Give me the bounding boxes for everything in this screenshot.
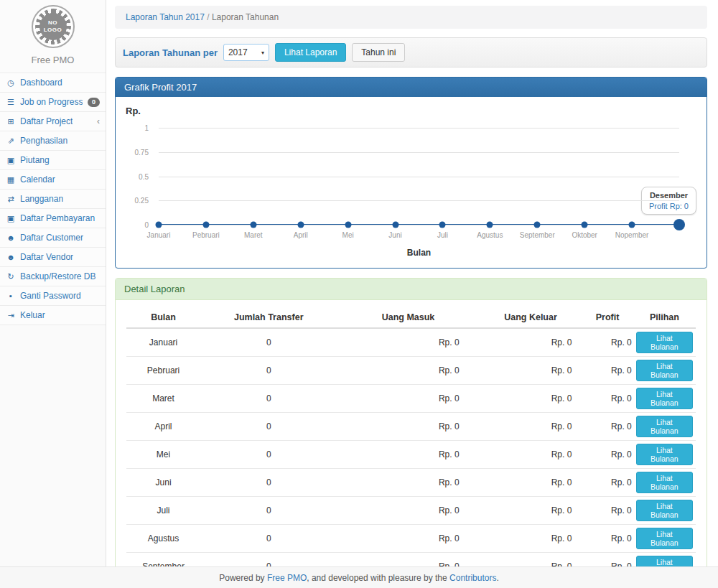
cell-keluar: Rp. 0: [480, 385, 582, 413]
lihat-bulanan-button-mei[interactable]: Lihat Bulanan: [636, 444, 693, 465]
x-tick-label: Maret: [244, 231, 263, 239]
cell-transfer: 0: [200, 328, 337, 357]
users-icon: ☻: [6, 233, 16, 242]
lihat-bulanan-button-april[interactable]: Lihat Bulanan: [636, 416, 693, 437]
year-select[interactable]: 2017 ▾: [223, 44, 269, 61]
cell-bulan: Mei: [126, 441, 200, 469]
data-point-nopember[interactable]: [629, 222, 635, 228]
sidebar-item-backup-restore-db[interactable]: ↻Backup/Restore DB: [0, 266, 106, 286]
cell-transfer: 0: [200, 413, 337, 441]
dashboard-icon: ◷: [6, 78, 16, 88]
sidebar-item-keluar[interactable]: ⇥Keluar: [0, 305, 106, 325]
table-row-april: April0Rp. 0Rp. 0Rp. 0Lihat Bulanan: [126, 413, 696, 441]
sidebar: NO LOGO Free PMO ◷Dashboard☰Job on Progr…: [0, 0, 106, 566]
header-masuk: Uang Masuk: [337, 307, 479, 328]
cell-transfer: 0: [200, 469, 337, 497]
cell-masuk: Rp. 0: [337, 469, 479, 497]
data-point-september[interactable]: [534, 222, 541, 228]
data-point-juni[interactable]: [392, 222, 398, 228]
cell-masuk: Rp. 0: [337, 497, 479, 525]
cell-keluar: Rp. 0: [480, 413, 582, 441]
sidebar-item-calendar[interactable]: ▦Calendar: [0, 169, 106, 189]
table-row-september: September0Rp. 0Rp. 0Rp. 0Lihat Bulanan: [126, 553, 696, 567]
lihat-bulanan-button-maret[interactable]: Lihat Bulanan: [636, 388, 693, 409]
cell-transfer: 0: [200, 497, 337, 525]
cell-bulan: Juli: [126, 497, 200, 525]
data-point-pebruari[interactable]: [202, 222, 209, 228]
table-row-juli: Juli0Rp. 0Rp. 0Rp. 0Lihat Bulanan: [126, 497, 696, 525]
data-point-maret[interactable]: [250, 222, 256, 228]
x-tick-label: Oktober: [572, 231, 597, 239]
tasks-icon: ☰: [6, 98, 16, 107]
data-point-juli[interactable]: [439, 222, 446, 228]
lihat-bulanan-button-juli[interactable]: Lihat Bulanan: [636, 500, 693, 521]
sidebar-item-job-on-progress[interactable]: ☰Job on Progress0: [0, 92, 106, 111]
cell-keluar: Rp. 0: [480, 497, 582, 525]
sidebar-item-ganti-password[interactable]: ▪Ganti Password: [0, 286, 106, 305]
lihat-bulanan-button-agustus[interactable]: Lihat Bulanan: [636, 528, 693, 549]
lock-icon: ▪: [6, 291, 16, 300]
sidebar-item-daftar-vendor[interactable]: ☻Daftar Vendor: [0, 247, 106, 266]
data-point-desember[interactable]: [673, 219, 685, 230]
cell-masuk: Rp. 0: [337, 413, 479, 441]
data-point-januari[interactable]: [156, 222, 162, 228]
detail-laporan-panel: Detail Laporan Bulan Jumlah Transfer Uan…: [115, 278, 707, 566]
sidebar-item-daftar-pembayaran[interactable]: ▣Daftar Pembayaran: [0, 208, 106, 228]
table-row-januari: Januari0Rp. 0Rp. 0Rp. 0Lihat Bulanan: [126, 328, 696, 357]
profit-chart: Rp. Desember Profit Rp: 0 10.750.50.250 …: [116, 97, 707, 268]
cell-transfer: 0: [200, 357, 337, 385]
lihat-bulanan-button-januari[interactable]: Lihat Bulanan: [636, 332, 693, 353]
money-icon: ▣: [6, 214, 16, 223]
cell-masuk: Rp. 0: [337, 553, 479, 567]
detail-panel-title: Detail Laporan: [116, 279, 707, 300]
x-tick-label: Juni: [388, 231, 401, 239]
sidebar-item-penghasilan[interactable]: ⇗Penghasilan: [0, 131, 106, 150]
app-logo: NO LOGO: [32, 5, 75, 48]
main-content: Laporan Tahun 2017 / Laporan Tahunan Lap…: [106, 0, 718, 566]
cell-profit: Rp. 0: [582, 525, 633, 553]
tahun-ini-button[interactable]: Tahun ini: [352, 43, 405, 62]
sidebar-item-langganan[interactable]: ⇄Langganan: [0, 189, 106, 208]
cell-bulan: Januari: [126, 328, 200, 357]
cell-keluar: Rp. 0: [480, 328, 582, 357]
lihat-bulanan-button-september[interactable]: Lihat Bulanan: [636, 556, 693, 566]
lihat-bulanan-button-pebruari[interactable]: Lihat Bulanan: [636, 360, 693, 381]
data-point-agustus[interactable]: [487, 222, 493, 228]
lihat-laporan-button[interactable]: Lihat Laporan: [275, 43, 346, 62]
sidebar-item-label: Penghasilan: [20, 136, 67, 146]
data-point-oktober[interactable]: [582, 222, 588, 228]
cell-keluar: Rp. 0: [480, 553, 582, 567]
report-filter-bar: Laporan Tahunan per 2017 ▾ Lihat Laporan…: [115, 37, 707, 67]
logo-area: NO LOGO Free PMO: [0, 0, 106, 73]
cell-masuk: Rp. 0: [337, 441, 479, 469]
data-point-mei[interactable]: [345, 222, 351, 228]
sidebar-item-daftar-customer[interactable]: ☻Daftar Customer: [0, 228, 106, 247]
contributors-link[interactable]: Contributors: [449, 573, 496, 583]
data-point-april[interactable]: [297, 222, 304, 228]
y-tick-label: 0.25: [135, 197, 149, 205]
x-tick-label: September: [520, 231, 555, 239]
chevron-left-icon: ‹: [97, 116, 100, 126]
sidebar-item-dashboard[interactable]: ◷Dashboard: [0, 73, 106, 92]
cell-bulan: September: [126, 553, 200, 567]
page-footer: Powered by Free PMO, and developed with …: [0, 566, 718, 588]
cell-pilihan: Lihat Bulanan: [633, 357, 696, 385]
sidebar-item-piutang[interactable]: ▣Piutang: [0, 150, 106, 169]
cell-profit: Rp. 0: [582, 328, 633, 357]
cell-transfer: 0: [200, 525, 337, 553]
sidebar-item-label: Daftar Project: [20, 116, 73, 126]
free-pmo-link[interactable]: Free PMO: [267, 573, 307, 583]
sidebar-item-label: Dashboard: [20, 78, 62, 88]
x-tick-label: Agustus: [477, 231, 503, 239]
cell-transfer: 0: [200, 385, 337, 413]
lihat-bulanan-button-juni[interactable]: Lihat Bulanan: [636, 472, 693, 493]
logo-text-line2: LOGO: [44, 27, 62, 34]
header-pilihan: Pilihan: [633, 307, 696, 328]
table-header-row: Bulan Jumlah Transfer Uang Masuk Uang Ke…: [126, 307, 696, 328]
profit-chart-panel: Grafik Profit 2017 Rp. Desember Profit R…: [115, 77, 707, 269]
cell-keluar: Rp. 0: [480, 525, 582, 553]
sidebar-item-daftar-project[interactable]: ⊞Daftar Project‹: [0, 111, 106, 131]
cell-profit: Rp. 0: [582, 553, 633, 567]
chart-panel-title: Grafik Profit 2017: [116, 78, 707, 97]
breadcrumb-link-laporan-tahun[interactable]: Laporan Tahun 2017: [126, 12, 205, 22]
